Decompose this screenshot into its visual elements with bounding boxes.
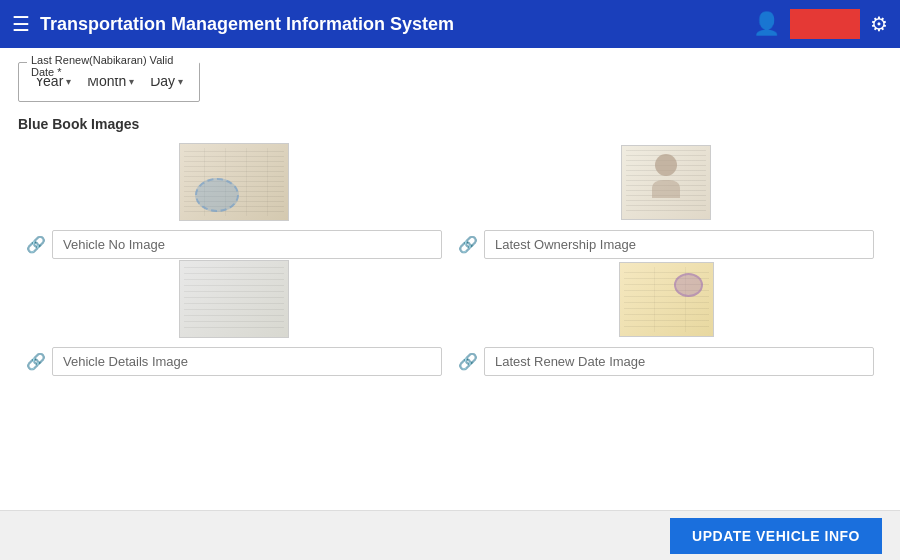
app-title: Transportation Management Information Sy… [40,14,743,35]
renew-date-image-preview [606,259,726,339]
vehicle-no-paperclip-icon: 🔗 [26,235,46,254]
gear-icon[interactable]: ⚙ [870,12,888,36]
vehicle-details-field-half: 🔗 Vehicle Details Image [18,347,450,376]
app-header: ☰ Transportation Management Information … [0,0,900,48]
bottom-fields-row: 🔗 Vehicle Details Image 🔗 Latest Renew D… [18,347,882,376]
vehicle-no-doc-image [179,143,289,221]
date-section-label: Last Renew(Nabikaran) Valid Date * [27,54,199,78]
header-red-button[interactable] [790,9,860,39]
vehicle-details-doc-image [179,260,289,338]
latest-ownership-image-input[interactable]: Latest Ownership Image [484,230,874,259]
vehicle-details-image-input[interactable]: Vehicle Details Image [52,347,442,376]
main-content: Last Renew(Nabikaran) Valid Date * Year … [0,48,900,560]
face-body [652,180,680,198]
latest-renew-date-image-input[interactable]: Latest Renew Date Image [484,347,874,376]
vehicle-no-image-preview-col [18,142,450,226]
vehicle-details-image-preview-col [18,259,450,343]
vehicle-details-paperclip-icon: 🔗 [26,352,46,371]
vehicle-no-image-preview [174,142,294,222]
page-footer: UPDATE VEHICLE INFO [0,510,900,560]
renew-date-field-half: 🔗 Latest Renew Date Image [450,347,882,376]
ownership-image-preview [606,142,726,222]
renew-date-doc-image [619,262,714,337]
ownership-paperclip-icon: 🔗 [458,235,478,254]
ownership-image-preview-col [450,142,882,226]
renew-date-paperclip-icon: 🔗 [458,352,478,371]
update-vehicle-info-button[interactable]: UPDATE VEHICLE INFO [670,518,882,554]
menu-icon[interactable]: ☰ [12,12,30,36]
ownership-field-half: 🔗 Latest Ownership Image [450,230,882,259]
vehicle-no-field-half: 🔗 Vehicle No Image [18,230,450,259]
blue-book-section-title: Blue Book Images [18,116,882,132]
ownership-doc-image [621,145,711,220]
face-circle [655,154,677,176]
user-icon[interactable]: 👤 [753,11,780,37]
vehicle-no-image-input[interactable]: Vehicle No Image [52,230,442,259]
date-section: Last Renew(Nabikaran) Valid Date * Year … [18,62,200,102]
top-fields-row: 🔗 Vehicle No Image 🔗 Latest Ownership Im… [18,230,882,259]
bottom-images-row [18,259,882,343]
renew-date-image-preview-col [450,259,882,343]
vehicle-details-image-preview [174,259,294,339]
top-images-row [18,142,882,226]
